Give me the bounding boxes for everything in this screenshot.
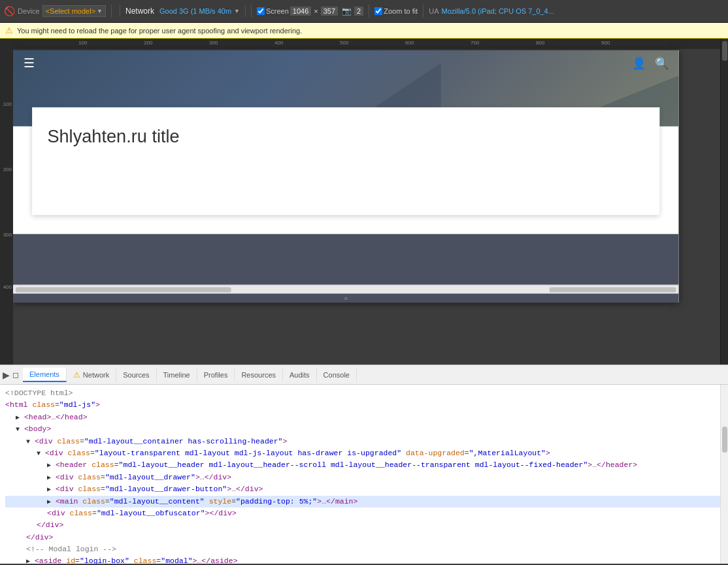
code-line-10: ▶ <main class="mdl-layout__content" styl… (5, 496, 723, 508)
code-line-7: ▶ <header class="mdl-layout__header mdl-… (5, 459, 723, 471)
ua-value: Mozilla/5.0 (iPad; CPU OS 7_0_4... (441, 7, 554, 15)
chevron-down-icon: ▼ (97, 8, 103, 14)
warning-text: You might need to reload the page for pr… (17, 27, 302, 35)
code-line-2: <html class="mdl-js"> (5, 399, 723, 411)
warning-icon: ⚠ (5, 25, 13, 35)
screen-checkbox[interactable] (257, 7, 265, 15)
right-scroll-thumb (722, 41, 727, 61)
code-line-9: ▶ <div class="mdl-layout__drawer-button"… (5, 483, 723, 495)
screen-label: Screen (266, 7, 289, 15)
page-handle-bar: ≡ (13, 293, 679, 302)
device-screen: ☰ 👤 🔍 Shlyahten.ru title (13, 50, 679, 302)
code-line-12: </div> (5, 519, 723, 531)
separator-1 (111, 5, 112, 18)
top-ruler-400: 400 (274, 40, 283, 46)
top-ruler-200: 200 (144, 40, 152, 46)
code-line-4: ▼ <body> (5, 423, 723, 435)
tab-resources-label: Resources (241, 371, 276, 379)
network-chevron[interactable]: ▼ (234, 8, 240, 14)
header-icons: 👤 🔍 (632, 57, 669, 71)
ua-label: UA (429, 7, 438, 15)
screen-x-sep: × (314, 7, 318, 15)
separator-2 (251, 5, 252, 18)
devtools-panel: ▶ ◻ Elements ⚠ Network Sources Timeline … (0, 364, 728, 564)
zoom-label: Zoom to fit (384, 7, 418, 15)
scrollbar-thumb-right (550, 287, 676, 293)
page-title: Shlyahten.ru title (47, 126, 644, 146)
right-scrollbar[interactable] (720, 39, 728, 364)
screen-checkbox-section: Screen 1046 × 357 📷 2 (257, 7, 363, 16)
code-line-6: ▼ <div class="layout-transparent mdl-lay… (5, 447, 723, 459)
device-label: Device (18, 7, 40, 15)
tab-timeline[interactable]: Timeline (157, 368, 197, 381)
menu-icon[interactable]: ☰ (24, 57, 35, 69)
devtools-scroll-thumb (722, 427, 727, 453)
top-ruler-100: 100 (78, 40, 87, 46)
scrollbar-thumb-left (16, 287, 231, 293)
code-line-11: <div class="mdl-layout__obfuscator"></di… (5, 508, 723, 519)
left-ruler: 100 200 300 400 (0, 39, 13, 364)
warning-bar: ⚠ You might need to reload the page for … (0, 23, 728, 39)
ruler-mark-200: 200 (3, 167, 12, 172)
code-line-15: ▶ <aside id="login-box" class="modal">…<… (5, 555, 723, 564)
tab-network-label: Network (83, 371, 109, 379)
tab-timeline-label: Timeline (163, 371, 190, 379)
viewport-spacer (13, 310, 720, 349)
tab-elements[interactable]: Elements (23, 368, 67, 382)
tab-resources[interactable]: Resources (235, 368, 283, 381)
screen-width: 1046 (290, 7, 311, 16)
top-ruler-900: 900 (601, 40, 610, 46)
top-ruler: 100 200 300 400 500 600 700 800 900 (13, 39, 720, 49)
top-ruler-800: 800 (536, 40, 544, 46)
ruler-mark-400: 400 (3, 284, 12, 290)
network-speed: Good 3G (1 MB/s 40m (159, 7, 231, 15)
tab-profiles-label: Profiles (204, 371, 228, 379)
network-warn-icon: ⚠ (73, 370, 80, 379)
ruler-mark-100: 100 (3, 101, 12, 107)
screen-height: 357 (321, 7, 338, 16)
code-line-1: <!DOCTYPE html> (5, 387, 723, 399)
top-ruler-600: 600 (405, 40, 414, 46)
top-ruler-500: 500 (340, 40, 348, 46)
ruler-mark-300: 300 (3, 232, 12, 238)
code-line-14: <!-- Modal login --> (5, 543, 723, 555)
zoom-section: Zoom to fit (374, 7, 418, 15)
code-line-8: ▶ <div class="mdl-layout__drawer">…</div… (5, 472, 723, 483)
scrollbar-h[interactable] (13, 285, 679, 294)
person-icon[interactable]: 👤 (632, 57, 646, 71)
code-line-3: ▶ <head>…</head> (5, 412, 723, 423)
search-icon[interactable]: 🔍 (655, 57, 669, 71)
code-line-5: ▼ <div class="mdl-layout__container has-… (5, 436, 723, 447)
tab-audits-label: Audits (290, 371, 310, 379)
tab-profiles[interactable]: Profiles (197, 368, 235, 381)
inspect-icon[interactable]: ▶ (3, 370, 10, 380)
separator-4 (423, 5, 423, 18)
devtools-code-view: <!DOCTYPE html> <html class="mdl-js"> ▶ … (0, 385, 728, 564)
tab-elements-label: Elements (29, 370, 59, 378)
tab-console-label: Console (323, 371, 350, 379)
network-section: Network Good 3G (1 MB/s 40m ▼ (120, 5, 246, 17)
screenshot-icon: 📷 (342, 7, 352, 16)
tab-audits[interactable]: Audits (283, 368, 317, 381)
tab-network[interactable]: ⚠ Network (67, 368, 116, 382)
devtools-toolbar: 🚫 Device <Select model> ▼ Network Good 3… (0, 0, 728, 23)
no-entry-icon: 🚫 (4, 6, 15, 16)
page-footer-area (13, 234, 679, 285)
devtools-tabs: ▶ ◻ Elements ⚠ Network Sources Timeline … (0, 365, 728, 385)
device-icon[interactable]: ◻ (12, 370, 19, 379)
devtools-scrollbar[interactable] (720, 385, 728, 564)
hero-card: Shlyahten.ru title (32, 107, 659, 215)
network-label: Network (125, 7, 154, 16)
tab-console[interactable]: Console (317, 368, 357, 381)
screenshot-count: 2 (354, 7, 363, 16)
top-ruler-300: 300 (209, 40, 218, 46)
separator-3 (369, 5, 369, 18)
device-model-dropdown[interactable]: <Select model> ▼ (42, 5, 106, 17)
top-ruler-700: 700 (471, 40, 479, 46)
tab-sources-label: Sources (123, 371, 149, 379)
code-line-13: </div> (5, 532, 723, 543)
zoom-checkbox[interactable] (374, 7, 382, 15)
tab-sources[interactable]: Sources (116, 368, 156, 381)
model-value: <Select model> (46, 7, 95, 15)
